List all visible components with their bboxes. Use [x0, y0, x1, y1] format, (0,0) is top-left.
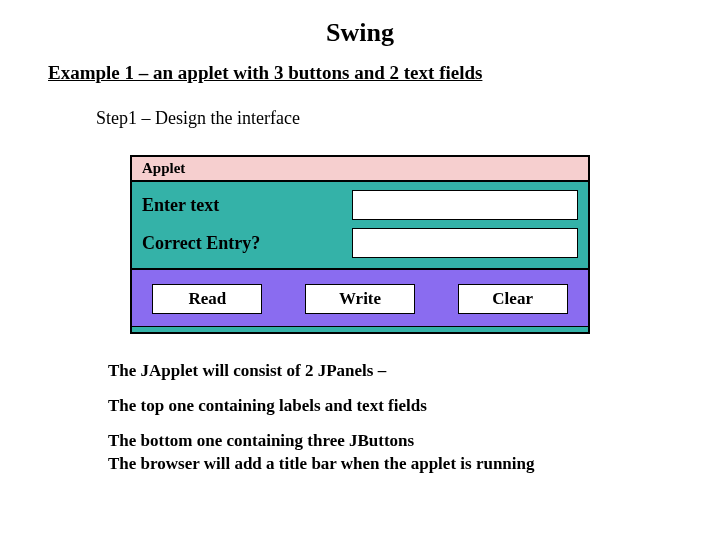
correct-entry-field[interactable]	[352, 228, 578, 258]
note-line: The bottom one containing three JButtons	[108, 430, 672, 453]
footer-strip	[132, 326, 588, 332]
clear-button[interactable]: Clear	[458, 284, 568, 314]
example-heading: Example 1 – an applet with 3 buttons and…	[48, 62, 672, 84]
step-heading: Step1 – Design the interface	[96, 108, 672, 129]
applet-frame: Applet Enter text Correct Entry? Read Wr…	[130, 155, 590, 334]
page-title: Swing	[48, 18, 672, 48]
correct-entry-label: Correct Entry?	[142, 233, 352, 254]
applet-title-bar: Applet	[132, 157, 588, 182]
enter-text-label: Enter text	[142, 195, 352, 216]
bottom-panel: Read Write Clear	[132, 268, 588, 326]
notes-block: The JApplet will consist of 2 JPanels – …	[108, 360, 672, 476]
write-button[interactable]: Write	[305, 284, 415, 314]
note-line: The top one containing labels and text f…	[108, 395, 672, 418]
note-line: The JApplet will consist of 2 JPanels –	[108, 360, 672, 383]
field-row: Enter text	[142, 190, 578, 220]
note-line: The browser will add a title bar when th…	[108, 453, 672, 476]
top-panel: Enter text Correct Entry?	[132, 182, 588, 268]
enter-text-field[interactable]	[352, 190, 578, 220]
field-row: Correct Entry?	[142, 228, 578, 258]
read-button[interactable]: Read	[152, 284, 262, 314]
